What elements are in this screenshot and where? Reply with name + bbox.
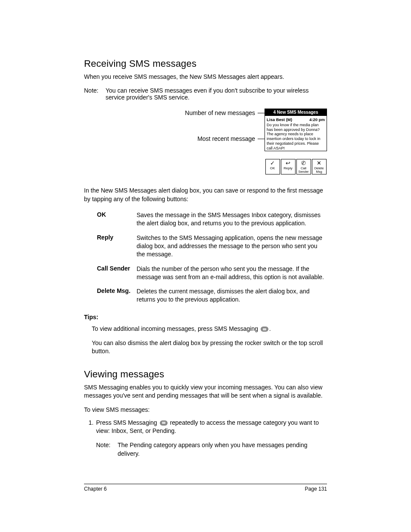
device-btn3-label: Call Sender (297, 167, 311, 173)
step1-text-a: Press SMS Messaging (96, 419, 159, 426)
footer-right: Page 131 (305, 486, 327, 492)
device-btn4-label: Delete Msg (312, 167, 326, 173)
def-body-call: Dials the number of the person who sent … (137, 265, 327, 282)
footer-left: Chapter 6 (84, 486, 107, 492)
callout-line (258, 139, 265, 139)
steps-list: Press SMS Messaging repeatedly to access… (84, 419, 327, 458)
step-note-label: Note: (96, 441, 118, 458)
callout-label-top: Number of new messages (185, 109, 255, 116)
device-sender: Lisa Best (M) (267, 117, 292, 122)
device-btn1-label: OK (266, 167, 280, 170)
device-mock: 4 New SMS Messages Lisa Best (M) 4:20 pm… (265, 109, 327, 174)
sms-messaging-icon (261, 327, 268, 332)
sub-heading-to-view: To view SMS messages: (84, 406, 327, 414)
def-term-ok: OK (97, 211, 137, 228)
reply-arrow-icon: ↩ (281, 160, 295, 166)
tip1-text-b: . (269, 325, 271, 332)
definition-row: OK Saves the message in the SMS Messages… (97, 211, 327, 228)
callout-row: Number of new messages (185, 109, 265, 116)
def-body-reply: Switches to the SMS Messaging applicatio… (137, 234, 327, 259)
tip1-text-a: To view additional incoming messages, pr… (92, 325, 260, 332)
diagram-area: Number of new messages Most recent messa… (84, 109, 327, 174)
device-sender-line: Lisa Best (M) 4:20 pm (267, 117, 325, 122)
viewing-intro: SMS Messaging enables you to quickly vie… (84, 383, 327, 400)
check-icon: ✓ (266, 160, 280, 166)
step-note: Note: The Pending category appears only … (96, 441, 327, 458)
page-footer: Chapter 6 Page 131 (84, 484, 327, 492)
note-block: Note: You can receive SMS messages even … (84, 87, 327, 101)
def-body-delete: Deletes the current message, dismisses t… (137, 287, 327, 304)
def-body-ok: Saves the message in the SMS Messages In… (137, 211, 327, 228)
device-btn2-label: Reply (281, 167, 295, 170)
device-message-body: Do you know if the media plan has been a… (267, 123, 325, 151)
callouts-column: Number of new messages Most recent messa… (185, 109, 265, 174)
phone-icon: ✆ (297, 160, 311, 166)
device-time: 4:20 pm (309, 117, 325, 122)
step-1: Press SMS Messaging repeatedly to access… (95, 419, 327, 458)
device-ok-button[interactable]: ✓ OK (265, 159, 280, 174)
def-term-reply: Reply (97, 234, 137, 259)
device-body: Lisa Best (M) 4:20 pm Do you know if the… (265, 116, 327, 151)
definition-list: OK Saves the message in the SMS Messages… (97, 211, 327, 304)
device-call-button[interactable]: ✆ Call Sender (296, 159, 311, 174)
tip-paragraph-1: To view additional incoming messages, pr… (92, 325, 327, 333)
callout-line (258, 113, 265, 113)
definition-row: Reply Switches to the SMS Messaging appl… (97, 234, 327, 259)
device-title-bar: 4 New SMS Messages (265, 109, 327, 116)
tip-paragraph-2: You can also dismiss the alert dialog bo… (92, 339, 327, 356)
device-reply-button[interactable]: ↩ Reply (281, 159, 296, 174)
document-page: Receiving SMS messages When you receive … (0, 0, 411, 518)
note-body: You can receive SMS messages even if you… (106, 87, 327, 101)
callout-label-mid: Most recent message (197, 135, 255, 142)
def-term-delete: Delete Msg. (97, 287, 137, 304)
def-term-call: Call Sender (97, 265, 137, 282)
section-heading-viewing: Viewing messages (84, 369, 327, 380)
note-label: Note: (84, 87, 106, 101)
close-icon: ✕ (312, 160, 326, 166)
device-button-row: ✓ OK ↩ Reply ✆ Call Sender ✕ Delete Msg (265, 159, 327, 174)
section-heading-receiving: Receiving SMS messages (84, 58, 327, 69)
definition-row: Call Sender Dials the number of the pers… (97, 265, 327, 282)
callout-row: Most recent message (197, 135, 265, 142)
step-note-body: The Pending category appears only when y… (118, 441, 327, 458)
tips-heading: Tips: (84, 314, 327, 320)
device-delete-button[interactable]: ✕ Delete Msg (312, 159, 327, 174)
intro-paragraph: When you receive SMS messages, the New S… (84, 73, 327, 81)
after-diagram-paragraph: In the New SMS Messages alert dialog box… (84, 187, 327, 203)
sms-messaging-icon (160, 420, 168, 426)
definition-row: Delete Msg. Deletes the current message,… (97, 287, 327, 304)
